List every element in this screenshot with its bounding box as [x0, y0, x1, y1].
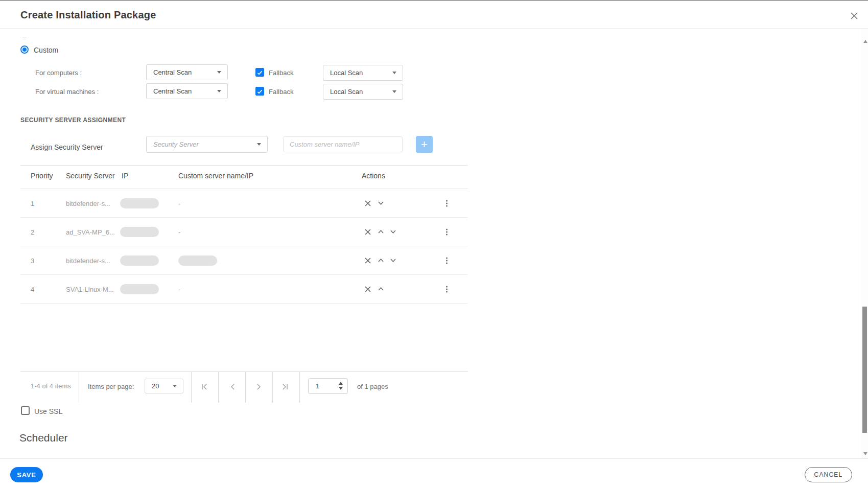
computers-fallback-checkbox[interactable] — [255, 68, 264, 77]
assign-security-server-label: Assign Security Server — [31, 143, 103, 151]
page-stepper[interactable] — [339, 382, 343, 390]
custom-name-cell: - — [178, 199, 180, 207]
divider — [79, 372, 79, 403]
fallback-label: Fallback — [269, 88, 293, 96]
move-up-icon[interactable] — [377, 285, 385, 293]
table-row: 3 bitdefender-s... — [20, 246, 468, 275]
page-number-input[interactable] — [309, 379, 333, 393]
server-name-cell: bitdefender-s... — [66, 199, 110, 207]
last-page-button[interactable] — [280, 382, 290, 391]
security-server-assignment-heading: SECURITY SERVER ASSIGNMENT — [20, 117, 126, 124]
pagination-bar: 1-4 of 4 items Items per page: 20 — [20, 371, 468, 402]
scrollbar-down-arrow-icon[interactable] — [863, 452, 867, 455]
add-server-button[interactable]: + — [416, 136, 433, 153]
col-security-server: Security Server — [66, 172, 115, 180]
items-range-text: 1-4 of 4 items — [31, 382, 71, 390]
table-header: Priority Security Server IP Custom serve… — [20, 172, 468, 182]
row-menu-icon[interactable] — [444, 198, 449, 208]
scan-row-virtual-machines: For virtual machines : Central Scan Fall… — [0, 83, 470, 99]
vm-fallback-checkbox[interactable] — [255, 87, 264, 96]
footer-divider — [0, 458, 868, 459]
move-down-icon[interactable] — [389, 228, 397, 236]
move-up-icon[interactable] — [377, 257, 385, 265]
remove-row-icon[interactable] — [364, 228, 372, 236]
for-computers-label: For computers : — [35, 69, 82, 77]
security-server-select[interactable]: Security Server — [146, 136, 268, 153]
masked-ip-pill — [120, 255, 159, 266]
remove-row-icon[interactable] — [364, 199, 372, 207]
computers-fallback-scan-select[interactable]: Local Scan — [323, 65, 403, 81]
create-installation-package-dialog: Create Installation Package – Custom For… — [0, 0, 868, 489]
divider — [191, 372, 192, 403]
row-menu-icon[interactable] — [444, 284, 449, 294]
scan-row-computers: For computers : Central Scan Fallback Lo… — [0, 64, 470, 80]
caret-down-icon — [173, 385, 177, 387]
custom-name-cell: - — [178, 285, 180, 293]
page-title: Create Installation Package — [20, 9, 156, 21]
custom-server-name-input[interactable] — [283, 136, 403, 152]
total-pages-text: of 1 pages — [357, 383, 388, 390]
move-up-icon[interactable] — [377, 228, 385, 236]
scrollbar-up-arrow-icon[interactable] — [863, 40, 867, 43]
check-icon — [256, 88, 263, 95]
fallback-label: Fallback — [269, 69, 293, 77]
server-name-cell: bitdefender-s... — [66, 257, 110, 264]
custom-radio[interactable] — [20, 45, 29, 54]
masked-ip-pill — [120, 227, 159, 237]
use-ssl-checkbox[interactable] — [21, 406, 30, 415]
masked-ip-pill — [120, 198, 159, 208]
priority-cell: 2 — [31, 228, 34, 236]
custom-name-cell: - — [178, 228, 180, 236]
caret-down-icon — [217, 90, 221, 92]
use-ssl-label: Use SSL — [34, 407, 62, 415]
close-icon[interactable] — [847, 9, 861, 23]
header-divider — [0, 28, 868, 29]
col-custom-server: Custom server name/IP — [178, 172, 253, 180]
row-menu-icon[interactable] — [444, 227, 449, 237]
items-per-page-select[interactable]: 20 — [145, 379, 183, 393]
divider — [272, 372, 273, 403]
remove-row-icon[interactable] — [364, 285, 372, 293]
caret-down-icon — [257, 143, 261, 146]
table-top-divider — [20, 165, 468, 166]
server-name-cell: ad_SVA-MP_6... — [66, 228, 115, 236]
for-virtual-machines-label: For virtual machines : — [35, 88, 99, 96]
table-row: 2 ad_SVA-MP_6... - — [20, 218, 468, 246]
masked-custom-name-pill — [178, 255, 217, 266]
vm-fallback-scan-select[interactable]: Local Scan — [323, 84, 403, 100]
vm-primary-scan-select[interactable]: Central Scan — [146, 83, 228, 99]
select-value: Local Scan — [330, 69, 392, 77]
stepper-up-icon[interactable] — [339, 382, 343, 385]
custom-radio-label: Custom — [34, 46, 58, 54]
caret-down-icon — [392, 72, 396, 74]
priority-cell: 1 — [31, 199, 34, 207]
table-row: 1 bitdefender-s... - — [20, 189, 468, 218]
caret-down-icon — [217, 71, 221, 74]
remove-row-icon[interactable] — [364, 257, 372, 265]
first-page-button[interactable] — [200, 382, 209, 391]
next-page-button[interactable] — [254, 382, 264, 391]
truncated-option-remnant: – — [22, 32, 27, 40]
page-number-field — [308, 378, 348, 394]
save-button[interactable]: SAVE — [10, 467, 43, 482]
items-per-page-label: Items per page: — [88, 383, 134, 390]
priority-cell: 3 — [31, 257, 34, 264]
previous-page-button[interactable] — [228, 382, 237, 391]
row-menu-icon[interactable] — [444, 255, 449, 265]
masked-ip-pill — [120, 284, 159, 294]
computers-primary-scan-select[interactable]: Central Scan — [146, 64, 228, 80]
stepper-down-icon[interactable] — [339, 387, 343, 390]
move-down-icon[interactable] — [377, 199, 385, 207]
select-placeholder: Security Server — [153, 141, 257, 148]
divider — [218, 372, 219, 403]
move-down-icon[interactable] — [389, 257, 397, 265]
divider — [299, 372, 300, 403]
col-priority: Priority — [31, 172, 53, 180]
select-value: Central Scan — [153, 68, 217, 76]
caret-down-icon — [392, 90, 396, 93]
cancel-button[interactable]: CANCEL — [805, 467, 852, 482]
priority-cell: 4 — [31, 285, 34, 293]
scheduler-heading: Scheduler — [19, 432, 68, 444]
scrollbar-thumb[interactable] — [862, 307, 867, 433]
check-icon — [256, 69, 263, 76]
